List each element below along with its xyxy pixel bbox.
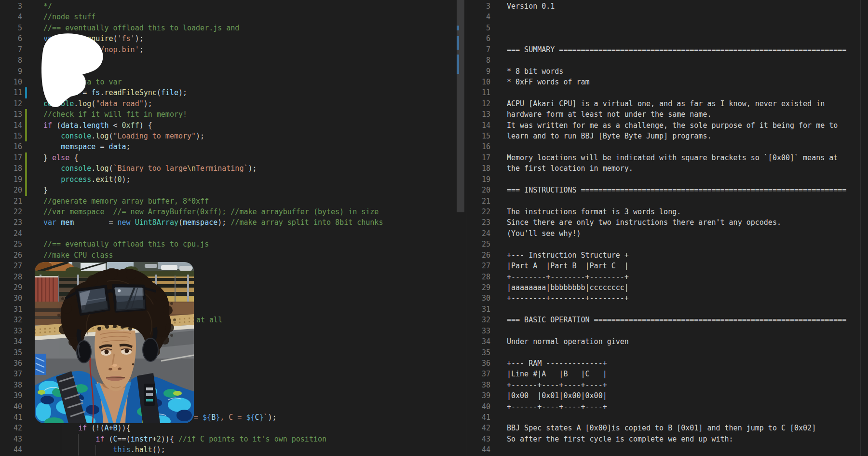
text-line: 25 [466,239,868,249]
right-editor-pane[interactable]: 3Version 0.14567=== SUMMARY ============… [466,0,868,456]
text-content[interactable]: +--- RAM -------------+ [507,358,868,369]
text-content[interactable]: ACPU [Akari CPU] is a virtual one, and a… [507,98,868,109]
code-line: 13//check if it will fit in memory! [0,109,466,120]
line-number: 5 [0,23,22,33]
code-text[interactable]: var mem = new Uint8Array(memspace); //ma… [43,217,466,228]
git-gutter-added [25,163,27,174]
text-content[interactable]: |Line #|A |B |C | [507,369,868,379]
text-content[interactable]: |aaaaaaaa|bbbbbbbb|cccccccc| [507,282,868,293]
line-number: 13 [466,109,490,120]
text-content[interactable]: So after the first cycle is complete we … [507,434,868,444]
text-content[interactable]: === BASIC OPERATION ====================… [507,315,868,325]
left-editor-scrollbar[interactable] [457,0,464,212]
code-text[interactable]: memspace = data; [43,141,466,152]
line-number: 7 [466,44,490,55]
code-text[interactable]: //check if it will fit in memory! [43,109,466,120]
line-number: 10 [0,77,22,87]
text-content[interactable]: +------+----+----+----+ [507,401,868,412]
overview-ruler-modified-mark [457,26,459,30]
text-content[interactable]: Since there are only two instructions th… [507,217,868,228]
code-line: 9 [0,66,466,77]
code-text[interactable]: //== eventually offload this to cpu.js [43,239,466,249]
text-content[interactable]: +------+----+----+----+ [507,380,868,390]
code-text[interactable]: var fs = require('fs'); [43,33,466,44]
text-content[interactable]: The instructions format is 3 words long. [507,207,868,217]
code-line: 8 [0,55,466,66]
text-content[interactable]: It was written for me as a challenge, th… [507,120,868,131]
text-content[interactable]: Under normal operation given [507,336,868,347]
code-text[interactable]: console.log("Loading to memory"); [43,131,466,141]
code-text[interactable]: //var memspace //= new ArrayBuffer(0xff)… [43,207,466,217]
code-line: 24 [0,228,466,239]
text-content[interactable]: the first location in memory. [507,163,868,174]
line-number: 26 [466,250,490,261]
line-number: 4 [466,12,490,22]
code-line: 20} [0,185,466,195]
text-line: 22The instructions format is 3 words lon… [466,207,868,217]
text-content[interactable]: * 0xFF words of ram [507,77,868,87]
line-number: 21 [466,196,490,207]
code-line: 12console.log("data read"); [0,98,466,109]
code-text[interactable]: if (data.length < 0xff) { [43,120,466,131]
line-number: 25 [466,239,490,249]
text-line: 13hardware form at least not under the s… [466,109,868,120]
line-number: 38 [0,380,22,390]
code-text[interactable]: process.exit(0); [43,174,466,185]
text-content[interactable]: +--------+--------+--------+ [507,272,868,282]
code-text[interactable]: //make CPU class [43,250,466,261]
line-number: 42 [466,423,490,433]
indent-guide [61,445,61,456]
code-line: 23var mem = new Uint8Array(memspace); //… [0,217,466,228]
code-text[interactable]: //node stuff [43,12,466,22]
text-content[interactable]: === INSTRUCTIONS =======================… [507,185,868,195]
code-text[interactable]: console.log(`Binary too large\nTerminati… [43,163,466,174]
left-editor-pane[interactable]: 3*/4//node stuff5//== eventually offload… [0,0,466,456]
code-line: 15 console.log("Loading to memory"); [0,131,466,141]
code-text[interactable]: console.log("data read"); [43,98,466,109]
code-text[interactable]: var file = './nop.bin'; [43,44,466,55]
line-number: 35 [0,347,22,358]
code-text[interactable]: //load data to var [43,77,466,87]
line-number: 21 [0,196,22,207]
text-content[interactable]: * 8 bit words [507,66,868,77]
code-text[interactable]: if (C==(instr+2)){ //if C points to it's… [43,434,466,444]
text-line: 33 [466,326,868,336]
code-text[interactable]: //generate memory array buffer, 8*0xff [43,196,466,207]
line-number: 31 [0,304,22,315]
code-text[interactable]: if (!(A+B)){ [43,423,466,433]
git-gutter-added [25,131,27,141]
code-text[interactable]: //== eventually offload this to loader.j… [43,23,466,33]
code-line: 22//var memspace //= new ArrayBuffer(0xf… [0,207,466,217]
code-text[interactable]: */ [43,1,466,12]
text-content[interactable]: |0x00 |0x01|0x00|0x00| [507,390,868,401]
text-content[interactable]: BBJ Spec states A [0x00]is copied to B [… [507,423,868,433]
text-line: 8 [466,55,868,66]
text-content[interactable]: (You'll see why!) [507,228,868,239]
text-line: 19 [466,174,868,185]
text-content[interactable]: === SUMMARY ============================… [507,44,868,55]
text-line: 14It was written for me as a challenge, … [466,120,868,131]
text-content[interactable]: |Part A |Part B |Part C | [507,261,868,271]
text-line: 26+--- Instruction Structure + [466,250,868,261]
text-content[interactable]: learn and to run BBJ [Byte Byte Jump] pr… [507,131,868,141]
code-text[interactable]: } else { [43,152,466,163]
text-content[interactable]: +--- Instruction Structure + [507,250,868,261]
text-line: 4 [466,12,868,22]
text-content[interactable]: Memory locations will be indicated with … [507,152,868,163]
text-content[interactable]: Version 0.1 [507,1,868,12]
line-number: 26 [0,250,22,261]
line-number: 41 [0,412,22,423]
line-number: 34 [0,336,22,347]
text-content[interactable]: hardware form at least not under the sam… [507,109,868,120]
text-line: 32=== BASIC OPERATION ==================… [466,315,868,325]
code-line: 18 console.log(`Binary too large\nTermin… [0,163,466,174]
code-text[interactable]: } [43,185,466,195]
text-line: 17Memory locations will be indicated wit… [466,152,868,163]
line-number: 10 [466,77,490,87]
code-text[interactable]: var data = fs.readFileSync(file); [43,87,466,98]
code-text[interactable]: this.halt(); [43,444,466,455]
text-content[interactable]: +--------+--------+--------+ [507,293,868,304]
text-line: 40+------+----+----+----+ [466,401,868,412]
line-number: 24 [0,228,22,239]
line-number: 36 [0,358,22,369]
